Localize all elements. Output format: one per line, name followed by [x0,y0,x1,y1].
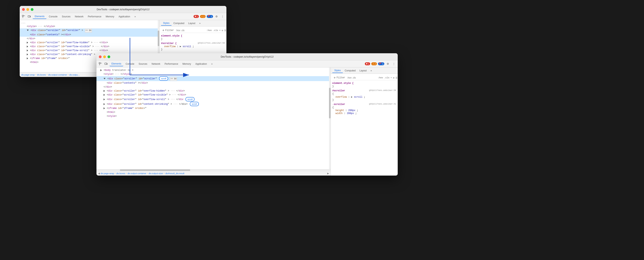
device-icon[interactable] [27,14,32,19]
height-prop-name-2: height [336,109,344,112]
h-scrollbar-thumb-2 [120,170,190,171]
breadcrumb-item-2-3[interactable]: div.output-container [128,172,146,175]
cls-btn-2[interactable]: .cls [384,77,389,79]
tab-application-2[interactable]: Application [193,62,209,66]
rule-close-element-2: } [332,85,396,88]
breadcrumb-right-2[interactable]: ▶ [327,172,329,175]
breadcrumb-item-2-1[interactable]: div.page-wrap [100,172,114,175]
styles-tab-layout-1[interactable]: Layout [186,21,197,26]
hov-btn-2[interactable]: :hov [378,77,383,79]
svg-rect-8 [105,63,107,65]
html-line-overflow-scroll-2[interactable]: <div class="scroller" id="overflow-scrol… [96,97,330,102]
tab-memory-2[interactable]: Memory [180,62,193,66]
hov-btn-1[interactable]: :hov [206,29,212,32]
styles-tab-computed-2[interactable]: Computed [343,68,358,73]
maximize-button-2[interactable] [108,55,110,58]
filter-label-1: Filter [166,29,174,32]
overflow-arrow-2[interactable]: ▶ [351,96,352,98]
tab-more-1[interactable]: » [132,14,138,19]
layout-btn-1[interactable]: ⊟ [222,29,223,32]
tab-more-2[interactable]: » [209,62,214,66]
overflow-property-1: overflow : ▶ scroll ; [161,45,225,48]
styles-tabs-2: Styles Computed Layout » [331,67,398,74]
plus-btn-1[interactable]: + [219,29,221,32]
badge-area-2: ✖ 1 ⚠ 2 🚩 1 ⚙ ⋮ [365,62,396,66]
html-line-body-2[interactable]: <body translate= no > [96,68,330,72]
breadcrumb-item-2[interactable]: div.boxes [37,74,46,76]
device-icon-2[interactable] [104,62,108,66]
close-button-2[interactable] [99,55,102,58]
html-line-iframe-2[interactable]: <iframe id="iframe" srcdoc=" [96,106,330,110]
html-line-style-1: <style> ··· </style> [20,25,159,28]
toggle-btn-1[interactable]: ☰ [224,29,226,32]
toolbar-2: Elements Console Sources Network Perform… [96,60,398,67]
overflow-arrow-1[interactable]: ▶ [180,45,181,48]
tab-network-2[interactable]: Network [150,62,162,66]
html-line-overflow-hidden-2[interactable]: <div class="scroller" id="overflow-hidde… [96,89,330,93]
filter-bar-2: ⊘ Filter :hov .cls + ⊟ ☰ [332,75,396,80]
inspect-icon[interactable] [21,14,26,19]
tab-sources-2[interactable]: Sources [137,62,149,66]
html-line-scroller-1[interactable]: <div class="scroller" id="scroller" > ==… [20,28,159,33]
filter-input-2[interactable] [347,76,377,79]
tab-sources-1[interactable]: Sources [60,14,72,19]
styles-tabs-1: Styles Computed Layout » [160,20,226,27]
rule-close-element-1: } [161,38,225,40]
width-prop-name-2: width [336,112,342,115]
html-line-content-shrinking-2[interactable]: <div class="scroller" id="content-shrink… [96,102,330,106]
cls-btn-1[interactable]: .cls [213,29,218,32]
breadcrumb-item-2-4[interactable]: div.output-sizer [149,172,163,175]
element-style-rule-1: element.style { } [161,35,225,40]
toggle-btn-2[interactable]: ☰ [396,77,398,79]
tab-application-1[interactable]: Application [116,14,132,19]
plus-btn-2[interactable]: + [390,77,392,79]
tab-console-2[interactable]: Console [124,62,136,66]
html-line-overflow-hidden-1[interactable]: <div class="scroller" id="overflow-hidde… [20,41,159,45]
styles-tab-more-1[interactable]: » [197,21,202,26]
inspect-icon-2[interactable] [98,62,103,66]
html-line-overflow-visible-2[interactable]: <div class="scroller" id="overflow-visib… [96,93,330,97]
scroller-rule-close-1: } [161,48,225,51]
settings-icon-1[interactable]: ⚙ [214,14,219,19]
breadcrumb-item-2-2[interactable]: div.boxes [116,172,126,175]
breadcrumb-item-3[interactable]: div.output-container [48,74,67,76]
layout-btn-2[interactable]: ⊟ [393,77,394,79]
more-icon-1[interactable]: ⋮ [220,14,225,19]
tab-network-1[interactable]: Network [73,14,86,19]
tab-memory-1[interactable]: Memory [104,14,116,19]
breadcrumb-left-2[interactable]: ◀ [98,172,100,175]
minimize-button-2[interactable] [103,55,106,58]
titlebar-2: DevTools - codepen.io/sofiayem/pen/gOVpX… [96,53,398,60]
tab-elements-1[interactable]: Elements [33,14,46,19]
tab-performance-2[interactable]: Performance [162,62,180,66]
scroller-selector-1: #scroller { [161,42,176,45]
styles-tab-computed-1[interactable]: Computed [172,21,186,26]
more-icon-2[interactable]: ⋮ [392,62,396,66]
html-line-overflow-visible-1[interactable]: <div class="scroller" id="overflow-visib… [20,45,159,49]
html-line-scroller-2[interactable]: <div class="scroller" id="scroller" scro… [96,76,330,81]
breadcrumb-item-4[interactable]: div.outpu… [69,74,80,76]
styles-tab-styles-2[interactable]: Styles [332,68,343,73]
breadcrumb-2: ◀ div.page-wrap › div.boxes › div.output… [96,171,330,176]
html-line-overflow-scroll-1[interactable]: <div class="scroller" id="overflow-scrol… [20,49,159,52]
tab-performance-1[interactable]: Performance [86,14,103,19]
styles-tab-more-2[interactable]: » [368,68,374,73]
minimize-button-1[interactable] [26,8,29,11]
maximize-button-1[interactable] [31,8,34,11]
html-line-style-2: <style> ··· </style> [96,72,330,76]
elements-scroll-2[interactable]: <body translate= no > <style> ··· </styl… [96,67,330,169]
overflow-prop-name-2: overflow [336,96,347,98]
horizontal-scrollbar-2[interactable] [96,169,330,171]
tab-console-1[interactable]: Console [47,14,60,19]
scroller-selector-2: #scroller [332,89,345,92]
tab-elements-2[interactable]: Elements [110,62,123,66]
styles-tab-layout-2[interactable]: Layout [358,68,368,73]
styles-tab-styles-1[interactable]: Styles [161,21,172,26]
html-line-contents-2: <div class="contents" ></div> [96,81,330,85]
filter-input-1[interactable] [176,29,205,32]
breadcrumb-item-2-5[interactable]: div#result_div.result [166,172,184,175]
settings-icon-2[interactable]: ⚙ [386,62,390,66]
scroller-rule-header-2: #scroller gOVpXJJ?ano…ue&view=:50 [332,89,396,92]
close-button-1[interactable] [22,8,25,11]
breadcrumb-item-1[interactable]: div.page-wrap [21,74,35,76]
